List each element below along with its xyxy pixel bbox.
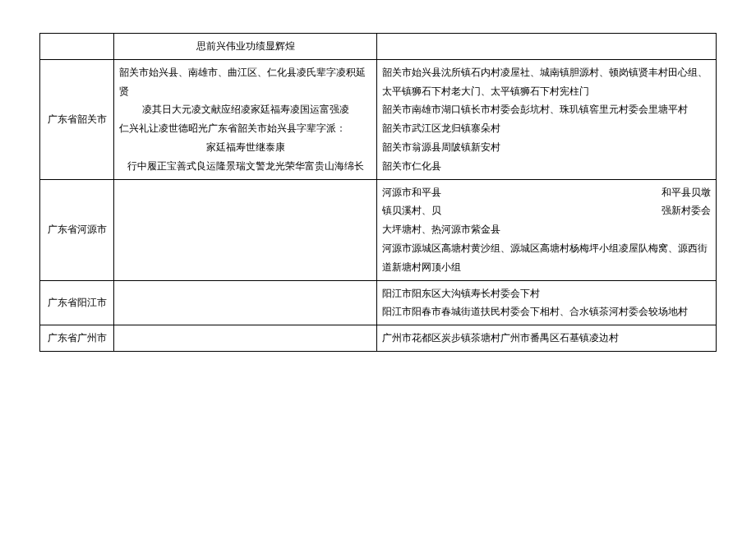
right-line: 阳江市阳东区大沟镇寿长村委会下村 <box>382 284 711 303</box>
cell-mid-guangzhou <box>114 325 377 352</box>
right-frag: 河源市和平县 <box>382 183 441 202</box>
right-line: 韶关市武江区龙归镇寨朵村 <box>382 119 711 138</box>
cell-region-shaoguan: 广东省韶关市 <box>40 59 114 179</box>
cell-region-guangzhou: 广东省广州市 <box>40 325 114 352</box>
cell-mid-heading: 思前兴伟业功绩显辉煌 <box>114 34 377 60</box>
right-frag: 镇贝溪村、贝 <box>382 201 441 220</box>
cell-region-yangjiang: 广东省阳江市 <box>40 280 114 325</box>
right-line: 韶关市南雄市湖口镇长市村委会彭坑村、珠玑镇窖里元村委会里塘平村 <box>382 100 711 119</box>
cell-right-heyuan: 河源市和平县 和平县贝墩 镇贝溪村、贝 强新村委会 大坪塘村、热河源市紫金县 河… <box>377 179 717 280</box>
table-row: 广东省广州市 广州市花都区炭步镇茶塘村广州市番禺区石基镇凌边村 <box>40 325 717 352</box>
cell-region-heyuan: 广东省河源市 <box>40 179 114 280</box>
table-row: 思前兴伟业功绩显辉煌 <box>40 34 717 60</box>
cell-mid-heyuan <box>114 179 377 280</box>
right-line: 大坪塘村、热河源市紫金县 <box>382 220 711 239</box>
genealogy-table: 思前兴伟业功绩显辉煌 广东省韶关市 韶关市始兴县、南雄市、曲江区、仁化县凌氏辈字… <box>39 33 717 352</box>
right-line: 韶关市仁化县 <box>382 157 711 176</box>
mid-line: 韶关市始兴县、南雄市、曲江区、仁化县凌氏辈字凌积延贤 <box>119 63 371 101</box>
cell-right-guangzhou: 广州市花都区炭步镇茶塘村广州市番禺区石基镇凌边村 <box>377 325 717 352</box>
right-frag: 强新村委会 <box>662 201 711 220</box>
mid-line: 仁兴礼让凌世德昭光广东省韶关市始兴县字辈字派： <box>119 119 371 138</box>
cell-mid-yangjiang <box>114 280 377 325</box>
cell-right-yangjiang: 阳江市阳东区大沟镇寿长村委会下村 阳江市阳春市春城街道扶民村委会下相村、合水镇茶… <box>377 280 717 325</box>
cell-mid-shaoguan: 韶关市始兴县、南雄市、曲江区、仁化县凌氏辈字凌积延贤 凌其日大元凌文献应绍凌家廷… <box>114 59 377 179</box>
right-line: 韶关市始兴县沈所镇石内村凌屋社、城南镇胆源村、顿岗镇贤丰村田心组、太平镇狮石下村… <box>382 63 711 101</box>
cell-right-blank <box>377 34 717 60</box>
mid-line: 行中履正宝善式良运隆景瑞文警龙光荣华富贵山海绵长 <box>119 157 371 176</box>
right-line: 韶关市翁源县周陂镇新安村 <box>382 138 711 157</box>
cell-right-shaoguan: 韶关市始兴县沈所镇石内村凌屋社、城南镇胆源村、顿岗镇贤丰村田心组、太平镇狮石下村… <box>377 59 717 179</box>
mid-line: 家廷福寿世继泰康 <box>119 138 371 157</box>
right-line: 河源市源城区高塘村黄沙组、源城区高塘村杨梅坪小组凌屋队梅窝、源西街道新塘村网顶小… <box>382 239 711 277</box>
cell-region-blank <box>40 34 114 60</box>
right-frag: 和平县贝墩 <box>662 183 711 202</box>
right-line: 阳江市阳春市春城街道扶民村委会下相村、合水镇茶河村委会较场地村 <box>382 302 711 321</box>
table-row: 广东省河源市 河源市和平县 和平县贝墩 镇贝溪村、贝 强新村委会 大坪塘村、热河… <box>40 179 717 280</box>
table-row: 广东省韶关市 韶关市始兴县、南雄市、曲江区、仁化县凌氏辈字凌积延贤 凌其日大元凌… <box>40 59 717 179</box>
mid-line: 凌其日大元凌文献应绍凌家廷福寿凌国运富强凌 <box>119 100 371 119</box>
table-row: 广东省阳江市 阳江市阳东区大沟镇寿长村委会下村 阳江市阳春市春城街道扶民村委会下… <box>40 280 717 325</box>
